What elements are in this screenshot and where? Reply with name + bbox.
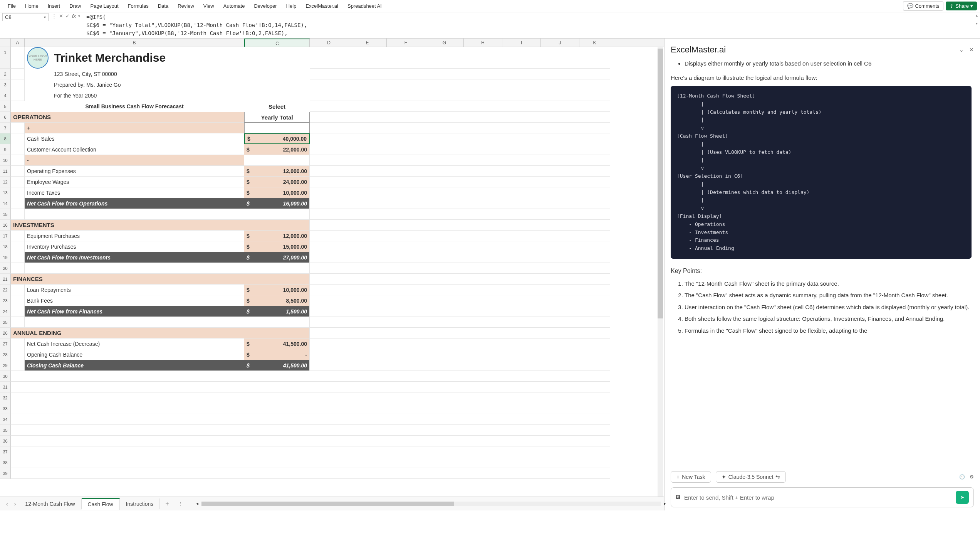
row-header-5[interactable]: 5: [0, 101, 11, 112]
cash-sales-value[interactable]: $40,000.00: [244, 133, 310, 144]
bank-label[interactable]: Bank Fees: [25, 295, 244, 306]
col-header-J[interactable]: J: [541, 39, 579, 47]
row-header-20[interactable]: 20: [0, 263, 11, 274]
row-header-9[interactable]: 9: [0, 144, 11, 155]
row-header-18[interactable]: 18: [0, 241, 11, 252]
tab-automate[interactable]: Automate: [219, 1, 250, 11]
share-button[interactable]: ⇪Share▾: [946, 2, 977, 10]
row-header-29[interactable]: 29: [0, 360, 11, 371]
row-header-23[interactable]: 23: [0, 295, 11, 306]
cell-A10[interactable]: [11, 155, 25, 166]
settings-icon[interactable]: ⚙: [970, 474, 974, 480]
collapse-icon[interactable]: ⌄: [959, 47, 964, 53]
tab-formulas[interactable]: Formulas: [123, 1, 153, 11]
row-header-35[interactable]: 35: [0, 425, 11, 436]
row-header-7[interactable]: 7: [0, 123, 11, 133]
vertical-scrollbar[interactable]: [658, 47, 663, 497]
cell-B25[interactable]: [25, 317, 244, 328]
cell-rest-10[interactable]: [310, 155, 610, 166]
cell-A8[interactable]: [11, 133, 25, 144]
cust-acct-value[interactable]: $22,000.00: [244, 144, 310, 155]
row-header-26[interactable]: 26: [0, 328, 11, 338]
cell-rest-19[interactable]: [310, 252, 610, 263]
cell-rest-12[interactable]: [310, 177, 610, 187]
row-header-16[interactable]: 16: [0, 220, 11, 231]
grid-body[interactable]: 1 YOUR LOGO HERE Trinket Merchandise 212…: [0, 47, 664, 497]
cell-row-31[interactable]: [11, 382, 610, 392]
equip-value[interactable]: $12,000.00: [244, 231, 310, 241]
tab-view[interactable]: View: [199, 1, 219, 11]
cell-A7[interactable]: [11, 123, 25, 133]
netinc-label[interactable]: Net Cash Increase (Decrease): [25, 338, 244, 349]
sheet-tab-cashflow[interactable]: Cash Flow: [82, 498, 120, 510]
row-header-28[interactable]: 28: [0, 349, 11, 360]
cell-rest-26[interactable]: [310, 328, 610, 338]
row-header-25[interactable]: 25: [0, 317, 11, 328]
chevron-down-icon[interactable]: ▾: [78, 14, 80, 18]
row-header-32[interactable]: 32: [0, 392, 11, 403]
openbal-label[interactable]: Opening Cash Balance: [25, 349, 244, 360]
fx-icon[interactable]: fx: [72, 13, 76, 19]
cell-C20[interactable]: [244, 263, 310, 274]
fin-net-value[interactable]: $1,500.00: [244, 306, 310, 317]
row-header-14[interactable]: 14: [0, 198, 11, 209]
row-header-3[interactable]: 3: [0, 79, 11, 90]
row-header-24[interactable]: 24: [0, 306, 11, 317]
cell-rest-21[interactable]: [310, 274, 610, 285]
scroll-up-icon[interactable]: ▴: [976, 13, 978, 17]
cell-rest-8[interactable]: [310, 133, 610, 144]
row-header-22[interactable]: 22: [0, 285, 11, 295]
row-header-19[interactable]: 19: [0, 252, 11, 263]
sheet-menu-icon[interactable]: ⋮: [175, 501, 186, 507]
tab-spreadsheetai[interactable]: Spreadsheet AI: [343, 1, 386, 11]
cell-A17[interactable]: [11, 231, 25, 241]
row-header-10[interactable]: 10: [0, 155, 11, 166]
cell-A22[interactable]: [11, 285, 25, 295]
row-header-15[interactable]: 15: [0, 209, 11, 220]
row-header-2[interactable]: 2: [0, 69, 11, 79]
sheet-nav-next[interactable]: ›: [11, 501, 19, 507]
select-label[interactable]: Select: [244, 101, 310, 112]
cell-rest-13[interactable]: [310, 187, 610, 198]
cell-A28[interactable]: [11, 349, 25, 360]
tax-value[interactable]: $10,000.00: [244, 187, 310, 198]
cash-sales-label[interactable]: Cash Sales: [25, 133, 244, 144]
cell-rest-29[interactable]: [310, 360, 610, 371]
row-header-27[interactable]: 27: [0, 338, 11, 349]
row-header-39[interactable]: 39: [0, 468, 11, 479]
cell-rest-20[interactable]: [310, 263, 610, 274]
yearly-total-dropdown[interactable]: Yearly Total: [244, 112, 310, 123]
tab-review[interactable]: Review: [173, 1, 199, 11]
annual-ending-header[interactable]: ANNUAL ENDING: [11, 328, 310, 338]
cell-rest-3[interactable]: [310, 79, 610, 90]
op-exp-value[interactable]: $12,000.00: [244, 166, 310, 177]
close-icon[interactable]: ✕: [969, 47, 974, 53]
cell-A25[interactable]: [11, 317, 25, 328]
cell-rest-14[interactable]: [310, 198, 610, 209]
cell-A13[interactable]: [11, 187, 25, 198]
cell-B15[interactable]: [25, 209, 244, 220]
model-selector[interactable]: ✦Claude-3.5 Sonnet⇆: [716, 471, 786, 483]
row-header-1[interactable]: 1: [0, 47, 11, 69]
row-header-13[interactable]: 13: [0, 187, 11, 198]
panel-body[interactable]: Displays either monthly or yearly totals…: [671, 59, 974, 467]
cell-row-33[interactable]: [11, 403, 610, 414]
cell-A12[interactable]: [11, 177, 25, 187]
name-box[interactable]: C8▾: [2, 13, 49, 21]
netinc-value[interactable]: $41,500.00: [244, 338, 310, 349]
cell-rest-2[interactable]: [310, 69, 610, 79]
cell-rest-16[interactable]: [310, 220, 610, 231]
cell-C25[interactable]: [244, 317, 310, 328]
tab-insert[interactable]: Insert: [43, 1, 65, 11]
cell-A18[interactable]: [11, 241, 25, 252]
close-label[interactable]: Closing Cash Balance: [25, 360, 244, 371]
cell-C15[interactable]: [244, 209, 310, 220]
cell-A2[interactable]: [11, 69, 25, 79]
chat-input[interactable]: [684, 494, 952, 501]
cancel-icon[interactable]: ✕: [59, 13, 63, 19]
col-header-K[interactable]: K: [579, 39, 610, 47]
tab-data[interactable]: Data: [153, 1, 173, 11]
wages-label[interactable]: Employee Wages: [25, 177, 244, 187]
cell-rest-28[interactable]: [310, 349, 610, 360]
finances-header[interactable]: FINANCES: [11, 274, 310, 285]
